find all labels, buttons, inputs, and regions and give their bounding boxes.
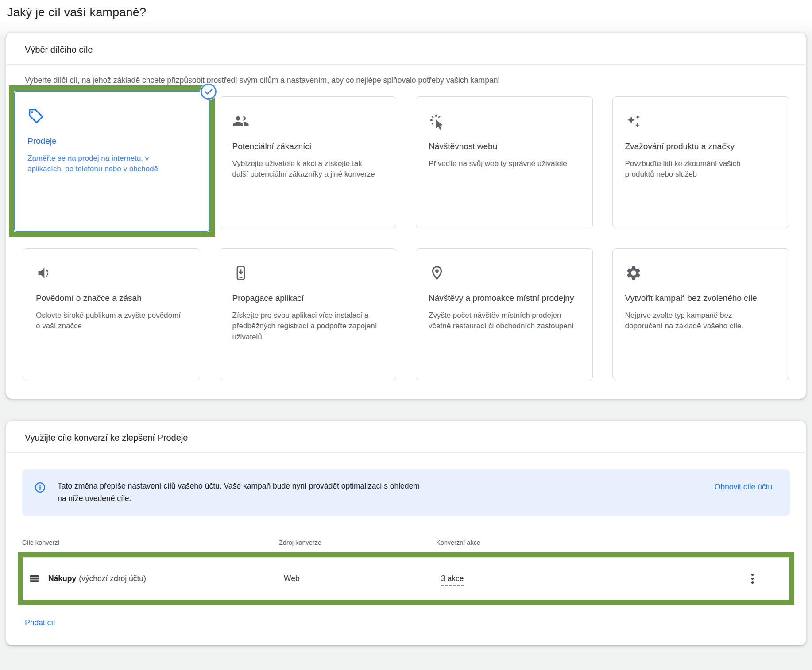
goal-tile-description: Povzbuďte lidi ke zkoumání vašich produk… [625, 158, 771, 180]
conversion-source-cell: Web [284, 574, 441, 583]
goal-tile-navstevnost-webu[interactable]: Návštěvnost webu Přiveďte na svůj web ty… [416, 96, 593, 228]
subgoal-selection-card: Výběr dílčího cíle Vyberte dílčí cíl, na… [6, 33, 806, 399]
conversion-section-header: Využijte cíle konverzí ke zlepšení Prode… [6, 421, 806, 453]
goal-tile-title: Povědomí o značce a zásah [36, 293, 187, 304]
location-pin-icon [429, 265, 580, 281]
goal-tile-prodeje[interactable]: Prodeje Zaměřte se na prodej na internet… [14, 91, 209, 232]
kebab-menu-icon[interactable] [751, 574, 789, 584]
conversion-table-header-row: Cíle konverzí Zdroj konverze Konverzní a… [22, 539, 790, 546]
purchases-card-icon [28, 573, 40, 585]
goal-tile-description: Zaměřte se na prodej na internetu, v apl… [27, 153, 174, 175]
goal-tile-povedomi-o-znacce[interactable]: Povědomí o značce a zásah Oslovte široké… [23, 248, 200, 380]
goal-cell: Nákupy(výchozí zdroj účtu) [28, 573, 284, 585]
cursor-click-icon [429, 113, 580, 130]
goal-tile-title: Potenciální zákazníci [232, 141, 384, 152]
conversion-goal-row: Nákupy(výchozí zdroj účtu) Web 3 akce [23, 557, 789, 600]
goal-tile-description: Přiveďte na svůj web ty správné uživatel… [429, 158, 575, 169]
column-header-actions: Konverzní akce [436, 539, 480, 546]
check-circle-icon [200, 83, 217, 100]
info-banner-text: Tato změna přepíše nastavení cílů vašeho… [58, 480, 420, 504]
goal-tile-title: Propagace aplikací [232, 293, 384, 304]
megaphone-icon [36, 265, 187, 281]
add-goal-container: Přidat cíl [6, 605, 806, 645]
goal-tile-zvazovani-produktu[interactable]: Zvažování produktu a značky Povzbuďte li… [612, 96, 789, 228]
subgoal-section-header: Výběr dílčího cíle [6, 33, 806, 65]
goal-tile-description: Oslovte široké publikum a zvyšte povědom… [36, 310, 182, 332]
goal-tile-navstevy-prodejny[interactable]: Návštěvy a promoakce místní prodejny Zvy… [416, 248, 593, 380]
info-icon [34, 481, 46, 493]
goal-tile-bez-cile[interactable]: Vytvořit kampaň bez zvoleného cíle Nejpr… [612, 248, 789, 380]
info-banner: Tato změna přepíše nastavení cílů vašeho… [22, 469, 790, 516]
sparkles-icon [625, 113, 777, 130]
annotation-highlight-table-row: Nákupy(výchozí zdroj účtu) Web 3 akce [18, 552, 794, 605]
tag-icon [27, 108, 196, 124]
goal-tile-title: Návštěvy a promoakce místní prodejny [429, 293, 580, 304]
goal-tile-title: Prodeje [27, 135, 196, 147]
goal-tile-title: Zvažování produktu a značky [625, 141, 777, 152]
column-header-goals: Cíle konverzí [22, 539, 279, 546]
conversion-goals-card: Využijte cíle konverzí ke zlepšení Prode… [6, 421, 806, 645]
conversion-actions-cell: 3 akce [441, 574, 751, 583]
people-icon [232, 113, 384, 130]
column-header-source: Zdroj konverze [279, 539, 436, 546]
subgoal-section-description: Vyberte dílčí cíl, na jehož základě chce… [6, 65, 806, 85]
annotation-highlight-selected-tile: Prodeje Zaměřte se na prodej na internet… [9, 85, 215, 237]
goal-label: Nákupy(výchozí zdroj účtu) [48, 574, 146, 583]
goal-tile-description: Získejte pro svou aplikaci více instalac… [232, 310, 379, 343]
goal-tile-title: Návštěvnost webu [429, 141, 580, 152]
add-goal-link[interactable]: Přidat cíl [25, 618, 55, 628]
actions-count-link[interactable]: 3 akce [441, 574, 464, 586]
gear-icon [625, 265, 777, 281]
goal-tiles-grid: Prodeje Zaměřte se na prodej na internet… [6, 85, 806, 399]
goal-tile-description: Vybízejte uživatele k akci a získejte ta… [232, 158, 379, 180]
restore-account-goals-link[interactable]: Obnovit cíle účtu [715, 482, 772, 492]
page-title: Jaký je cíl vaší kampaně? [0, 0, 812, 19]
app-download-icon [232, 265, 384, 281]
goal-tile-propagace-aplikaci[interactable]: Propagace aplikací Získejte pro svou apl… [220, 248, 397, 380]
goal-tile-description: Nejprve zvolte typ kampaně bez doporučen… [625, 310, 771, 332]
goal-tile-title: Vytvořit kampaň bez zvoleného cíle [625, 293, 777, 304]
goal-tile-description: Zvyšte počet návštěv místních prodejen v… [429, 310, 575, 332]
goal-tile-potencialni-zakaznici[interactable]: Potenciální zákazníci Vybízejte uživatel… [220, 96, 397, 228]
